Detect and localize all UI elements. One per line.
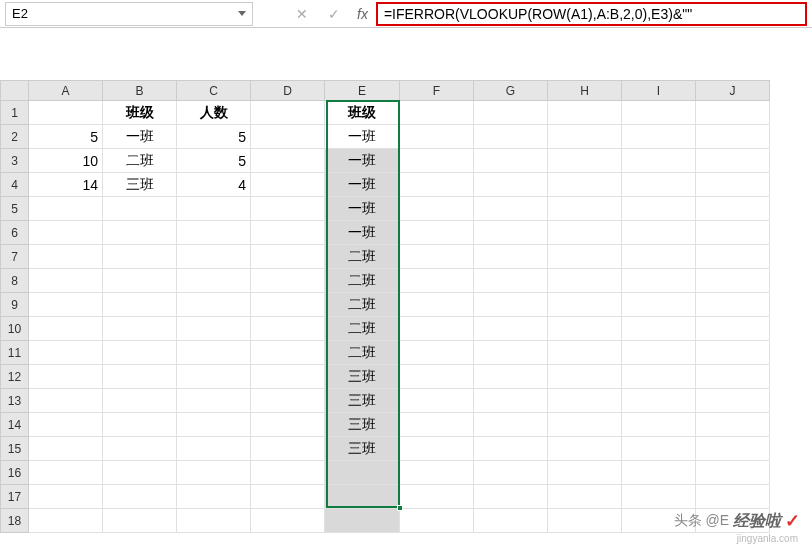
cell[interactable] — [103, 341, 177, 365]
cell[interactable] — [251, 317, 325, 341]
cell[interactable]: 4 — [177, 173, 251, 197]
cell[interactable] — [622, 245, 696, 269]
cell[interactable] — [548, 485, 622, 509]
cell[interactable]: 二班 — [325, 341, 400, 365]
cell[interactable] — [622, 461, 696, 485]
col-header[interactable]: H — [548, 81, 622, 101]
cell[interactable] — [622, 365, 696, 389]
col-header[interactable]: G — [474, 81, 548, 101]
cell[interactable] — [29, 245, 103, 269]
cell[interactable] — [696, 365, 770, 389]
row-header[interactable]: 5 — [1, 197, 29, 221]
cell[interactable] — [400, 293, 474, 317]
cell[interactable]: 二班 — [325, 293, 400, 317]
cell[interactable] — [622, 317, 696, 341]
cell[interactable] — [177, 221, 251, 245]
accept-icon[interactable]: ✓ — [325, 5, 343, 23]
row-header[interactable]: 14 — [1, 413, 29, 437]
cell[interactable]: 三班 — [325, 437, 400, 461]
cell[interactable] — [696, 149, 770, 173]
cell[interactable] — [474, 125, 548, 149]
cell[interactable] — [103, 317, 177, 341]
cell[interactable] — [474, 437, 548, 461]
cell[interactable]: 5 — [177, 125, 251, 149]
cell[interactable]: 一班 — [325, 221, 400, 245]
formula-input[interactable]: =IFERROR(VLOOKUP(ROW(A1),A:B,2,0),E3)&"" — [376, 2, 807, 26]
cell[interactable] — [29, 389, 103, 413]
cell[interactable] — [251, 245, 325, 269]
cell[interactable] — [103, 269, 177, 293]
cell[interactable] — [400, 509, 474, 533]
row-header[interactable]: 13 — [1, 389, 29, 413]
cell[interactable] — [177, 437, 251, 461]
cell[interactable] — [622, 413, 696, 437]
cell[interactable] — [251, 341, 325, 365]
cell[interactable] — [103, 485, 177, 509]
cell[interactable]: 三班 — [325, 389, 400, 413]
cell[interactable] — [622, 125, 696, 149]
cell[interactable]: 人数 — [177, 101, 251, 125]
cell[interactable] — [474, 245, 548, 269]
chevron-down-icon[interactable] — [238, 11, 246, 16]
cell[interactable] — [29, 269, 103, 293]
row-header[interactable]: 15 — [1, 437, 29, 461]
cell[interactable] — [325, 509, 400, 533]
cell[interactable] — [548, 389, 622, 413]
cell[interactable] — [251, 149, 325, 173]
cell[interactable] — [29, 221, 103, 245]
cell[interactable] — [29, 317, 103, 341]
cell[interactable]: 三班 — [325, 365, 400, 389]
col-header[interactable]: I — [622, 81, 696, 101]
row-header[interactable]: 10 — [1, 317, 29, 341]
cell[interactable] — [29, 461, 103, 485]
row-header[interactable]: 11 — [1, 341, 29, 365]
cell[interactable] — [696, 293, 770, 317]
row-header[interactable]: 17 — [1, 485, 29, 509]
cell[interactable] — [325, 461, 400, 485]
cell[interactable] — [29, 293, 103, 317]
cell[interactable]: 14 — [29, 173, 103, 197]
cell[interactable] — [622, 197, 696, 221]
row-header[interactable]: 16 — [1, 461, 29, 485]
col-header[interactable]: F — [400, 81, 474, 101]
cell[interactable] — [622, 269, 696, 293]
cell[interactable]: 三班 — [325, 413, 400, 437]
cell[interactable]: 一班 — [325, 125, 400, 149]
cell[interactable] — [177, 461, 251, 485]
cell[interactable] — [548, 269, 622, 293]
cell[interactable] — [696, 461, 770, 485]
cell[interactable] — [548, 365, 622, 389]
col-header[interactable]: J — [696, 81, 770, 101]
cell[interactable] — [251, 173, 325, 197]
cell[interactable] — [103, 461, 177, 485]
cell[interactable] — [696, 389, 770, 413]
cell[interactable] — [103, 221, 177, 245]
row-header[interactable]: 9 — [1, 293, 29, 317]
cell[interactable]: 5 — [177, 149, 251, 173]
cell[interactable] — [103, 365, 177, 389]
cell[interactable] — [400, 125, 474, 149]
cell[interactable] — [696, 101, 770, 125]
cell[interactable] — [400, 173, 474, 197]
cancel-icon[interactable]: ✕ — [293, 5, 311, 23]
cell[interactable]: 一班 — [325, 173, 400, 197]
cell[interactable] — [29, 101, 103, 125]
cell[interactable] — [251, 485, 325, 509]
cell[interactable] — [400, 221, 474, 245]
row-header[interactable]: 1 — [1, 101, 29, 125]
cell[interactable] — [400, 389, 474, 413]
cell[interactable] — [29, 437, 103, 461]
cell[interactable] — [696, 485, 770, 509]
cell[interactable] — [177, 509, 251, 533]
cell[interactable] — [177, 341, 251, 365]
cell[interactable]: 班级 — [103, 101, 177, 125]
cell[interactable] — [177, 245, 251, 269]
select-all-corner[interactable] — [1, 81, 29, 101]
cell[interactable] — [622, 173, 696, 197]
cell[interactable] — [251, 437, 325, 461]
cell[interactable] — [474, 365, 548, 389]
cell[interactable] — [696, 221, 770, 245]
cell[interactable] — [548, 461, 622, 485]
cell[interactable] — [29, 485, 103, 509]
row-header[interactable]: 2 — [1, 125, 29, 149]
